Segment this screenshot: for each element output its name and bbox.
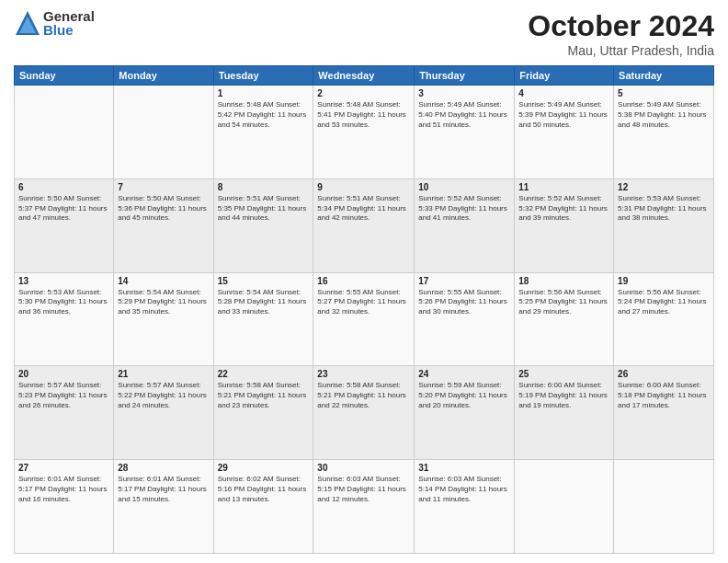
day-cell: 6Sunrise: 5:50 AM Sunset: 5:37 PM Daylig… (15, 178, 114, 272)
day-info: Sunrise: 5:49 AM Sunset: 5:38 PM Dayligh… (618, 100, 710, 130)
day-number: 29 (218, 463, 310, 473)
day-info: Sunrise: 6:00 AM Sunset: 5:18 PM Dayligh… (618, 381, 710, 410)
day-cell: 9Sunrise: 5:51 AM Sunset: 5:34 PM Daylig… (313, 178, 415, 272)
day-cell (515, 460, 614, 554)
day-info: Sunrise: 5:58 AM Sunset: 5:21 PM Dayligh… (317, 381, 410, 410)
day-info: Sunrise: 6:03 AM Sunset: 5:15 PM Dayligh… (317, 475, 410, 504)
header-wednesday: Wednesday (313, 66, 415, 86)
day-info: Sunrise: 5:52 AM Sunset: 5:32 PM Dayligh… (518, 194, 609, 224)
day-info: Sunrise: 5:50 AM Sunset: 5:37 PM Dayligh… (18, 194, 109, 224)
day-cell (114, 86, 213, 179)
logo-text: General Blue (43, 9, 95, 37)
day-info: Sunrise: 5:54 AM Sunset: 5:29 PM Dayligh… (118, 288, 209, 317)
header-thursday: Thursday (415, 66, 515, 86)
day-number: 25 (518, 369, 609, 379)
day-info: Sunrise: 5:48 AM Sunset: 5:42 PM Dayligh… (218, 100, 310, 130)
day-cell: 7Sunrise: 5:50 AM Sunset: 5:36 PM Daylig… (114, 178, 213, 272)
day-number: 15 (218, 276, 310, 286)
week-row-2: 6Sunrise: 5:50 AM Sunset: 5:37 PM Daylig… (15, 178, 714, 272)
day-cell: 24Sunrise: 5:59 AM Sunset: 5:20 PM Dayli… (415, 366, 515, 460)
day-info: Sunrise: 6:01 AM Sunset: 5:17 PM Dayligh… (118, 475, 209, 504)
day-info: Sunrise: 5:49 AM Sunset: 5:39 PM Dayligh… (518, 100, 609, 130)
day-cell: 12Sunrise: 5:53 AM Sunset: 5:31 PM Dayli… (614, 178, 714, 272)
day-cell: 14Sunrise: 5:54 AM Sunset: 5:29 PM Dayli… (114, 272, 213, 366)
calendar: Sunday Monday Tuesday Wednesday Thursday… (14, 65, 714, 554)
day-number: 19 (618, 276, 710, 286)
day-info: Sunrise: 5:53 AM Sunset: 5:31 PM Dayligh… (618, 194, 710, 224)
header-saturday: Saturday (614, 66, 714, 86)
day-number: 22 (218, 369, 310, 379)
day-cell: 16Sunrise: 5:55 AM Sunset: 5:27 PM Dayli… (313, 272, 415, 366)
day-number: 13 (18, 276, 109, 286)
day-info: Sunrise: 5:48 AM Sunset: 5:41 PM Dayligh… (317, 100, 410, 130)
logo-blue: Blue (43, 23, 95, 37)
day-cell (614, 460, 714, 554)
day-cell: 20Sunrise: 5:57 AM Sunset: 5:23 PM Dayli… (15, 366, 114, 460)
day-cell: 8Sunrise: 5:51 AM Sunset: 5:35 PM Daylig… (213, 178, 313, 272)
day-info: Sunrise: 5:58 AM Sunset: 5:21 PM Dayligh… (218, 381, 310, 410)
day-info: Sunrise: 6:03 AM Sunset: 5:14 PM Dayligh… (418, 475, 510, 504)
header-friday: Friday (515, 66, 614, 86)
day-info: Sunrise: 6:01 AM Sunset: 5:17 PM Dayligh… (18, 475, 109, 504)
logo-general: General (43, 9, 95, 23)
logo: General Blue (14, 9, 95, 37)
day-info: Sunrise: 5:52 AM Sunset: 5:33 PM Dayligh… (418, 194, 510, 224)
day-number: 21 (118, 369, 209, 379)
day-number: 31 (418, 463, 510, 473)
day-info: Sunrise: 5:49 AM Sunset: 5:40 PM Dayligh… (418, 100, 510, 130)
day-number: 8 (218, 182, 310, 192)
day-cell: 1Sunrise: 5:48 AM Sunset: 5:42 PM Daylig… (213, 86, 313, 179)
day-info: Sunrise: 5:57 AM Sunset: 5:23 PM Dayligh… (18, 381, 109, 410)
header-sunday: Sunday (15, 66, 114, 86)
day-cell: 31Sunrise: 6:03 AM Sunset: 5:14 PM Dayli… (415, 460, 515, 554)
day-cell: 22Sunrise: 5:58 AM Sunset: 5:21 PM Dayli… (213, 366, 313, 460)
week-row-4: 20Sunrise: 5:57 AM Sunset: 5:23 PM Dayli… (15, 366, 714, 460)
day-info: Sunrise: 5:51 AM Sunset: 5:35 PM Dayligh… (218, 194, 310, 224)
day-info: Sunrise: 6:02 AM Sunset: 5:16 PM Dayligh… (218, 475, 310, 504)
day-cell: 19Sunrise: 5:56 AM Sunset: 5:24 PM Dayli… (614, 272, 714, 366)
day-number: 4 (518, 88, 609, 98)
month-title: October 2024 (528, 9, 714, 43)
day-info: Sunrise: 5:53 AM Sunset: 5:30 PM Dayligh… (18, 288, 109, 317)
title-area: October 2024 Mau, Uttar Pradesh, India (528, 9, 714, 58)
day-number: 26 (618, 369, 710, 379)
day-info: Sunrise: 5:55 AM Sunset: 5:26 PM Dayligh… (418, 288, 510, 317)
day-number: 1 (218, 88, 310, 98)
day-cell: 13Sunrise: 5:53 AM Sunset: 5:30 PM Dayli… (15, 272, 114, 366)
day-cell: 30Sunrise: 6:03 AM Sunset: 5:15 PM Dayli… (313, 460, 415, 554)
day-number: 3 (418, 88, 510, 98)
day-cell: 18Sunrise: 5:56 AM Sunset: 5:25 PM Dayli… (515, 272, 614, 366)
day-cell: 26Sunrise: 6:00 AM Sunset: 5:18 PM Dayli… (614, 366, 714, 460)
day-info: Sunrise: 5:56 AM Sunset: 5:25 PM Dayligh… (518, 288, 609, 317)
day-info: Sunrise: 5:57 AM Sunset: 5:22 PM Dayligh… (118, 381, 209, 410)
day-number: 28 (118, 463, 209, 473)
day-info: Sunrise: 5:50 AM Sunset: 5:36 PM Dayligh… (118, 194, 209, 224)
day-number: 11 (518, 182, 609, 192)
day-cell: 27Sunrise: 6:01 AM Sunset: 5:17 PM Dayli… (15, 460, 114, 554)
day-number: 23 (317, 369, 410, 379)
day-info: Sunrise: 5:51 AM Sunset: 5:34 PM Dayligh… (317, 194, 410, 224)
day-cell: 23Sunrise: 5:58 AM Sunset: 5:21 PM Dayli… (313, 366, 415, 460)
day-cell: 3Sunrise: 5:49 AM Sunset: 5:40 PM Daylig… (415, 86, 515, 179)
week-row-5: 27Sunrise: 6:01 AM Sunset: 5:17 PM Dayli… (15, 460, 714, 554)
day-number: 18 (518, 276, 609, 286)
calendar-header: Sunday Monday Tuesday Wednesday Thursday… (15, 66, 714, 86)
day-number: 12 (618, 182, 710, 192)
day-cell: 15Sunrise: 5:54 AM Sunset: 5:28 PM Dayli… (213, 272, 313, 366)
week-row-3: 13Sunrise: 5:53 AM Sunset: 5:30 PM Dayli… (15, 272, 714, 366)
day-cell: 17Sunrise: 5:55 AM Sunset: 5:26 PM Dayli… (415, 272, 515, 366)
day-info: Sunrise: 5:55 AM Sunset: 5:27 PM Dayligh… (317, 288, 410, 317)
day-number: 10 (418, 182, 510, 192)
day-info: Sunrise: 5:54 AM Sunset: 5:28 PM Dayligh… (218, 288, 310, 317)
day-number: 6 (18, 182, 109, 192)
header-tuesday: Tuesday (213, 66, 313, 86)
day-cell: 10Sunrise: 5:52 AM Sunset: 5:33 PM Dayli… (415, 178, 515, 272)
day-info: Sunrise: 6:00 AM Sunset: 5:19 PM Dayligh… (518, 381, 609, 410)
day-number: 5 (618, 88, 710, 98)
day-cell: 5Sunrise: 5:49 AM Sunset: 5:38 PM Daylig… (614, 86, 714, 179)
day-cell: 21Sunrise: 5:57 AM Sunset: 5:22 PM Dayli… (114, 366, 213, 460)
day-cell: 28Sunrise: 6:01 AM Sunset: 5:17 PM Dayli… (114, 460, 213, 554)
day-cell: 29Sunrise: 6:02 AM Sunset: 5:16 PM Dayli… (213, 460, 313, 554)
day-cell: 2Sunrise: 5:48 AM Sunset: 5:41 PM Daylig… (313, 86, 415, 179)
day-number: 9 (317, 182, 410, 192)
